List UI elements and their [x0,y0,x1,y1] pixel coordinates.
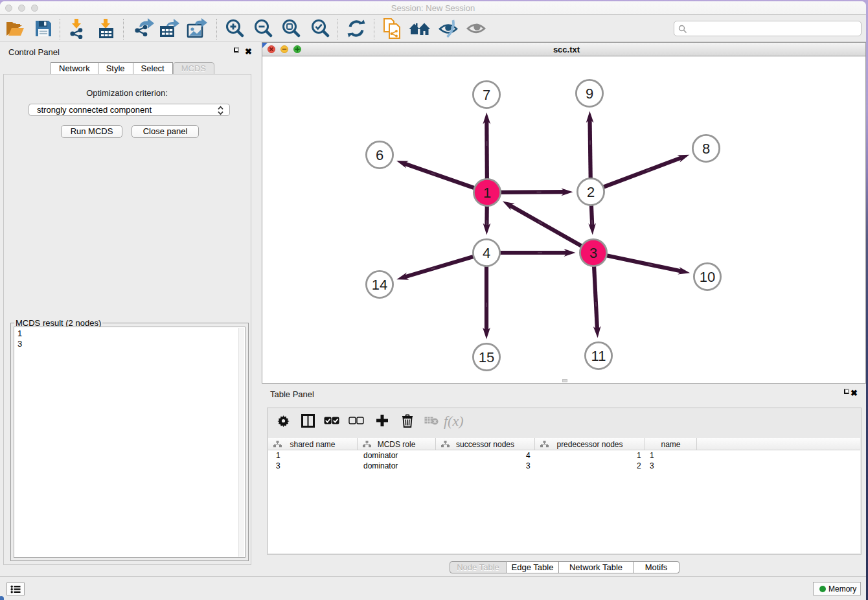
svg-text:6: 6 [376,147,383,163]
svg-text:15: 15 [479,349,494,365]
svg-text:3: 3 [589,245,597,261]
svg-text:14: 14 [372,277,387,293]
svg-text:10: 10 [700,269,715,285]
svg-text:7: 7 [483,87,490,103]
svg-text:11: 11 [591,348,606,364]
svg-text:4: 4 [483,245,490,261]
svg-text:2: 2 [587,184,595,200]
svg-text:1: 1 [483,185,491,201]
svg-text:8: 8 [702,141,710,157]
svg-text:9: 9 [586,86,593,102]
